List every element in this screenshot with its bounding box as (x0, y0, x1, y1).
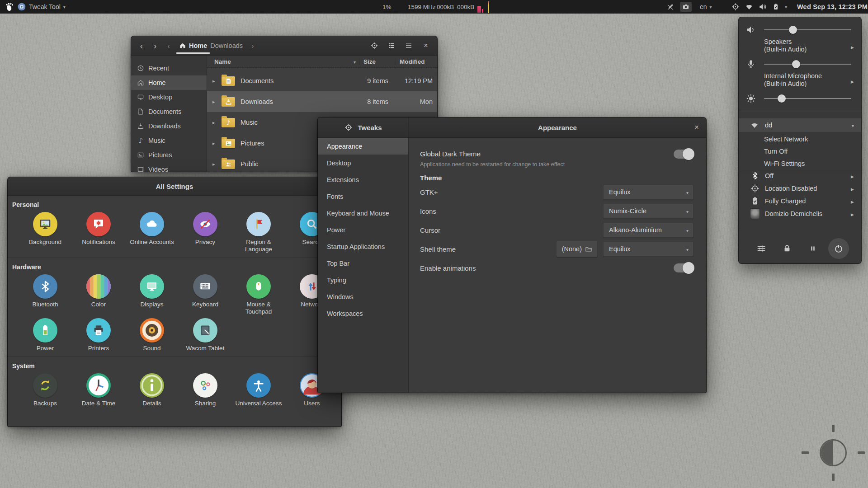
global-dark-theme-label: Global Dark Theme (420, 150, 674, 158)
forward-button[interactable] (148, 39, 162, 52)
app-menu[interactable]: Tweak Tool ▾ (17, 0, 66, 14)
settings-tile[interactable]: Displays (125, 274, 179, 315)
icon-theme-dropdown[interactable]: Numix-Circle (603, 203, 693, 219)
slider-knob[interactable] (792, 60, 800, 68)
file-row[interactable]: Documents 9 items 12:19 PM (207, 70, 437, 91)
settings-tile[interactable]: Keyboard (179, 274, 232, 315)
menu-item[interactable]: Wi-Fi Settings (739, 157, 861, 169)
sidebar-item[interactable]: Documents (131, 104, 207, 119)
settings-tile[interactable]: Bluetooth (19, 274, 72, 315)
settings-tile[interactable]: Mouse & Touchpad (232, 274, 285, 315)
output-device-row[interactable]: Speakers(Built-in Audio) (739, 38, 861, 55)
volume-slider[interactable] (764, 29, 851, 30)
path-scroll-left-icon[interactable] (162, 39, 175, 52)
cpu-freq-indicator[interactable]: 1599 MHz (408, 0, 436, 14)
stylus-indicator[interactable] (666, 0, 675, 14)
expander-icon[interactable] (207, 120, 222, 126)
system-monitor-graph[interactable] (475, 0, 495, 14)
brightness-slider[interactable] (764, 98, 851, 99)
view-list-button[interactable] (384, 39, 399, 52)
sidebar-item[interactable]: ♪ Music (131, 133, 207, 148)
io-write-indicator[interactable]: 000kB (457, 0, 474, 14)
lock-button[interactable] (777, 238, 797, 259)
tweaks-nav-item[interactable]: Top Bar (318, 255, 408, 272)
expander-icon[interactable] (207, 141, 222, 146)
menu-row[interactable]: Domizio Demichelis (739, 207, 861, 220)
close-button[interactable] (690, 121, 703, 134)
settings-tile[interactable]: Sound (125, 318, 179, 352)
column-size[interactable]: Size (359, 58, 396, 65)
settings-tile[interactable]: Online Accounts (125, 212, 179, 253)
settings-tile[interactable]: Privacy (179, 212, 232, 253)
menu-row[interactable]: Off (739, 169, 861, 182)
tweaks-nav-item[interactable]: Fonts (318, 188, 408, 205)
sidebar-item[interactable]: Videos (131, 162, 207, 172)
enable-animations-toggle[interactable] (674, 263, 693, 272)
tweaks-nav-item[interactable]: Power (318, 221, 408, 238)
settings-tile[interactable]: Details (125, 373, 179, 407)
settings-tile[interactable]: Universal Access (232, 373, 285, 407)
sidebar-item[interactable]: Pictures (131, 148, 207, 162)
column-name[interactable]: Name (207, 58, 359, 65)
cursor-theme-dropdown[interactable]: Alkano-Aluminium (603, 222, 693, 238)
gtk-theme-dropdown[interactable]: Equilux (603, 184, 693, 200)
screenshot-indicator[interactable] (680, 0, 692, 14)
breadcrumb-home[interactable]: Home (179, 42, 207, 49)
tweaks-nav-item[interactable]: Typing (318, 272, 408, 288)
slider-knob[interactable] (778, 94, 786, 103)
settings-tile[interactable]: Region & Language (232, 212, 285, 253)
tweaks-nav-item[interactable]: Startup Applications (318, 238, 408, 255)
slider-knob[interactable] (789, 26, 797, 34)
input-device-row[interactable]: Internal Microphone(Built-in Audio) (739, 72, 861, 89)
settings-tile[interactable]: Color (72, 274, 125, 315)
tweaks-nav-item[interactable]: Workspaces (318, 305, 408, 322)
cpu-load-indicator[interactable]: 1% (382, 0, 392, 14)
settings-tile[interactable]: Wacom Tablet (179, 318, 232, 352)
system-status-area[interactable]: ▾ (731, 0, 787, 14)
sidebar-item[interactable]: Desktop (131, 90, 207, 104)
shell-theme-dropdown[interactable]: Equilux (603, 241, 693, 257)
microphone-slider[interactable] (764, 64, 851, 65)
shell-theme-file-button[interactable]: (None) (556, 241, 598, 257)
tweaks-nav-item[interactable]: Windows (318, 288, 408, 305)
settings-tile[interactable]: Notifications (72, 212, 125, 253)
menu-button[interactable] (401, 39, 416, 52)
activities-button[interactable] (5, 0, 14, 14)
tweaks-nav-item[interactable]: Desktop (318, 155, 408, 171)
menu-item[interactable]: Turn Off (739, 145, 861, 157)
settings-tile[interactable]: Date & Time (72, 373, 125, 407)
settings-tile[interactable]: Power (19, 318, 72, 352)
breadcrumb-downloads[interactable]: Downloads (210, 42, 243, 49)
expander-icon[interactable] (207, 78, 222, 84)
settings-button[interactable] (751, 238, 772, 259)
tweaks-nav-item[interactable]: Extensions (318, 171, 408, 188)
region-icon (252, 217, 265, 231)
menu-row[interactable]: Fully Charged (739, 195, 861, 207)
search-button[interactable] (367, 39, 382, 52)
power-button[interactable] (828, 238, 849, 259)
keyboard-layout-indicator[interactable]: en▾ (700, 0, 712, 14)
menu-row[interactable]: Location Disabled (739, 182, 861, 195)
clock[interactable]: Wed Sep 13, 12:23 PM (797, 0, 868, 14)
sidebar-item[interactable]: Home (131, 75, 207, 90)
back-button[interactable] (135, 39, 148, 52)
global-dark-theme-toggle[interactable] (674, 150, 693, 159)
expander-icon[interactable] (207, 161, 222, 167)
column-modified[interactable]: Modified (396, 58, 437, 65)
file-row[interactable]: Downloads 8 items Mon (207, 91, 437, 112)
path-scroll-right-icon[interactable] (246, 39, 259, 52)
settings-tile[interactable]: Printers (72, 318, 125, 352)
tweaks-nav-item[interactable]: Appearance (318, 138, 408, 155)
settings-tile[interactable]: Sharing (179, 373, 232, 407)
tweaks-nav-item[interactable]: Keyboard and Mouse (318, 205, 408, 221)
io-read-indicator[interactable]: 000kB (437, 0, 454, 14)
expander-icon[interactable] (207, 99, 222, 105)
settings-tile[interactable]: Background (19, 212, 72, 253)
sidebar-item[interactable]: Recent (131, 61, 207, 75)
settings-tile[interactable]: Backups (19, 373, 72, 407)
menu-item[interactable]: Select Network (739, 133, 861, 145)
wifi-network-row[interactable]: dd (739, 118, 861, 132)
close-button[interactable]: × (418, 39, 434, 52)
sidebar-item[interactable]: Downloads (131, 119, 207, 133)
suspend-button[interactable] (802, 238, 823, 259)
